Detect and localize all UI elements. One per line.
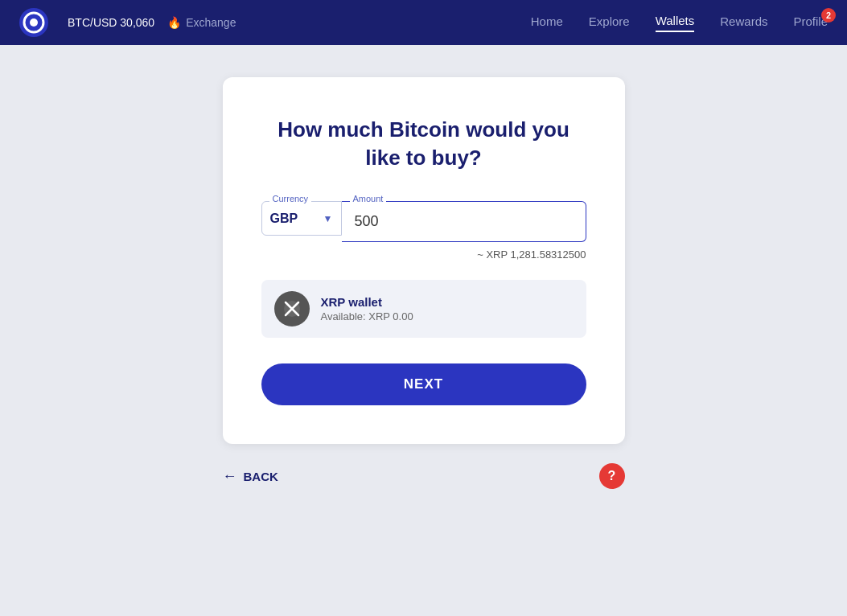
form-row: Currency GBP USD EUR ▼ Amount — [261, 201, 586, 242]
nav-home[interactable]: Home — [531, 14, 563, 31]
xrp-icon-svg — [282, 299, 302, 318]
luno-logo-icon — [19, 8, 48, 37]
amount-input[interactable] — [342, 201, 586, 242]
bottom-bar: ← BACK ? — [223, 463, 625, 489]
currency-field-group: Currency GBP USD EUR ▼ — [261, 201, 342, 236]
wallet-row[interactable]: XRP wallet Available: XRP 0.00 — [261, 280, 586, 338]
back-arrow-icon: ← — [223, 468, 237, 485]
wallet-name: XRP wallet — [321, 295, 413, 309]
btc-price: BTC/USD 30,060 — [68, 16, 154, 29]
svg-point-2 — [30, 18, 38, 27]
nav-profile[interactable]: Profile 2 — [793, 14, 828, 31]
logo[interactable] — [19, 8, 48, 37]
profile-notification-badge: 2 — [821, 8, 836, 23]
back-button[interactable]: ← BACK — [223, 468, 278, 485]
nav-wallets[interactable]: Wallets — [656, 14, 695, 32]
card-title: How much Bitcoin would you like to buy? — [261, 116, 586, 172]
buy-bitcoin-card: How much Bitcoin would you like to buy? … — [223, 77, 625, 444]
currency-select[interactable]: GBP USD EUR — [270, 211, 333, 225]
next-button[interactable]: NEXT — [261, 363, 586, 405]
xrp-conversion: ~ XRP 1,281.58312500 — [261, 248, 586, 261]
wallet-info: XRP wallet Available: XRP 0.00 — [321, 295, 413, 322]
page-content: How much Bitcoin would you like to buy? … — [0, 45, 847, 521]
back-label: BACK — [244, 470, 278, 483]
nav-explore[interactable]: Explore — [589, 14, 630, 31]
amount-field-group: Amount — [342, 201, 586, 242]
exchange-link[interactable]: 🔥 Exchange — [167, 16, 236, 29]
exchange-icon: 🔥 — [167, 16, 181, 29]
exchange-label: Exchange — [186, 16, 236, 29]
wallet-available: Available: XRP 0.00 — [321, 310, 413, 322]
xrp-wallet-icon — [274, 291, 310, 326]
navbar: BTC/USD 30,060 🔥 Exchange Home Explore W… — [0, 0, 847, 45]
amount-label: Amount — [350, 194, 387, 203]
nav-links: Home Explore Wallets Rewards Profile 2 — [531, 14, 828, 32]
nav-rewards[interactable]: Rewards — [720, 14, 767, 31]
currency-label: Currency — [269, 194, 312, 203]
currency-select-wrapper[interactable]: GBP USD EUR ▼ — [261, 201, 342, 236]
help-button[interactable]: ? — [599, 463, 625, 489]
